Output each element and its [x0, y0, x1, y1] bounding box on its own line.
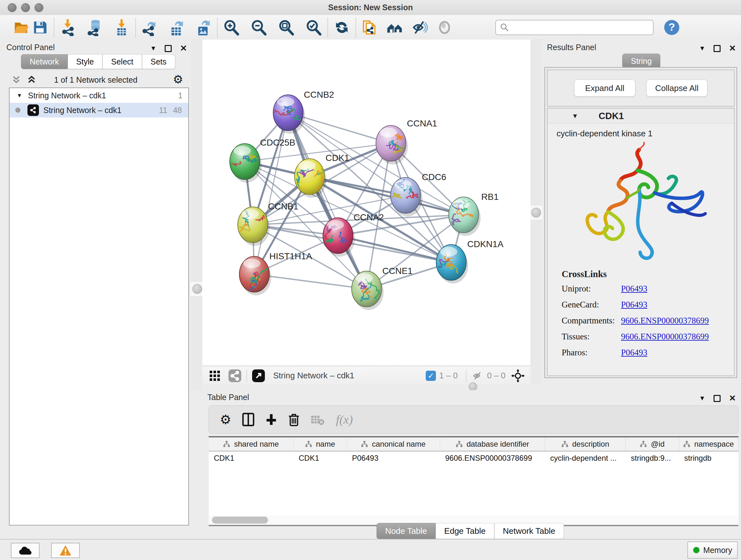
column-header-shared-name[interactable]: shared name: [209, 437, 293, 451]
node-HIST1H1A[interactable]: HIST1H1A: [239, 251, 312, 295]
tab-edge-table[interactable]: Edge Table: [435, 523, 494, 539]
table-cell[interactable]: CDK1: [209, 451, 293, 465]
panel-menu-icon[interactable]: ▼: [699, 395, 705, 402]
network-collection-row[interactable]: ▼ String Network – cdk1 1: [10, 88, 188, 103]
left-splitter[interactable]: [192, 40, 202, 390]
left-splitter-grip[interactable]: [192, 284, 202, 294]
node-CCNE1[interactable]: CCNE1: [352, 266, 413, 310]
hidden-eye-icon[interactable]: [472, 370, 484, 381]
import-network-button[interactable]: [59, 18, 77, 37]
import-network-from-database-button[interactable]: [85, 18, 104, 37]
node-label: CDK1: [326, 153, 349, 163]
tab-style[interactable]: Style: [68, 54, 103, 69]
delete-column-button[interactable]: [288, 413, 300, 426]
node-CCNB2[interactable]: CCNB2: [258, 90, 334, 134]
column-header-description[interactable]: description: [545, 437, 626, 451]
column-header-name[interactable]: name: [293, 437, 347, 451]
network-row-selected[interactable]: String Network – cdk1 11 48: [10, 103, 188, 118]
table-cell[interactable]: 9606.ENSP00000378699: [440, 451, 545, 465]
tab-string[interactable]: String: [622, 54, 660, 68]
panel-menu-icon[interactable]: ▼: [150, 45, 156, 52]
panel-float-icon[interactable]: [714, 395, 721, 402]
crosslink-link[interactable]: P06493: [621, 348, 648, 358]
create-column-button[interactable]: [265, 413, 277, 426]
tab-select[interactable]: Select: [103, 54, 142, 69]
export-network-button[interactable]: [140, 18, 159, 37]
column-header-database-identifier[interactable]: database identifier: [440, 437, 545, 451]
panel-float-icon[interactable]: [165, 45, 172, 52]
network-canvas[interactable]: CCNB2CCNA1CDC25BCDK1CDC6RB1CCNB1CCNA2CDK…: [202, 40, 530, 366]
column-header-namespace[interactable]: namespace: [679, 437, 738, 451]
tab-node-table[interactable]: Node Table: [377, 523, 435, 539]
crosslink-link[interactable]: P06493: [621, 284, 648, 294]
network-options-gear-icon[interactable]: ⚙: [173, 73, 183, 86]
node-CCNA2[interactable]: CCNA2: [323, 212, 384, 257]
panel-close-icon[interactable]: ✕: [729, 44, 736, 53]
export-image-button[interactable]: [194, 18, 212, 37]
node-CDC6[interactable]: CDC6: [387, 172, 446, 216]
zoom-in-button[interactable]: [222, 18, 241, 37]
show-hide-button[interactable]: [410, 18, 429, 37]
table-cell[interactable]: stringdb:9...: [626, 451, 679, 465]
network-view-share-button[interactable]: [228, 369, 241, 382]
detach-view-button[interactable]: [252, 369, 265, 382]
import-table-button[interactable]: [112, 18, 131, 37]
warnings-button[interactable]: [51, 543, 80, 558]
tab-network[interactable]: Network: [21, 54, 68, 69]
open-session-button[interactable]: [12, 18, 30, 37]
node-CDC25B[interactable]: CDC25B: [227, 138, 295, 183]
tab-network-table[interactable]: Network Table: [494, 523, 564, 539]
expand-all-button[interactable]: Expand All: [574, 79, 635, 97]
crosslink-link[interactable]: P06493: [621, 300, 648, 310]
network-graph[interactable]: CCNB2CCNA1CDC25BCDK1CDC6RB1CCNB1CCNA2CDK…: [202, 40, 530, 366]
node-table[interactable]: shared namenamecanonical namedatabase id…: [209, 436, 738, 516]
collapse-all-button[interactable]: Collapse All: [646, 79, 708, 97]
eye-disabled-icon: [436, 19, 453, 36]
first-neighbors-button[interactable]: [386, 18, 404, 37]
right-splitter-grip[interactable]: [531, 207, 541, 218]
crosslink-link[interactable]: 9606.ENSP00000378699: [621, 332, 709, 341]
protein-section-header[interactable]: ▼ CDK1: [548, 109, 734, 124]
export-table-button[interactable]: [167, 18, 186, 37]
tree-expand-icon[interactable]: ▼: [17, 92, 22, 99]
section-collapse-icon[interactable]: ▼: [572, 112, 578, 120]
cloud-status-button[interactable]: [11, 543, 40, 558]
scrollbar-thumb[interactable]: [212, 516, 268, 523]
search-input[interactable]: [495, 20, 654, 35]
memory-button[interactable]: Memory: [687, 542, 738, 559]
table-header-row: shared namenamecanonical namedatabase id…: [209, 437, 738, 451]
save-session-button[interactable]: [30, 18, 49, 37]
panel-menu-icon[interactable]: ▼: [699, 45, 705, 52]
column-header-label: description: [572, 440, 609, 449]
panel-close-icon[interactable]: ✕: [729, 393, 736, 403]
node-RB1[interactable]: RB1: [449, 192, 498, 236]
selected-nodes-checkbox[interactable]: ✓: [426, 371, 436, 381]
warning-icon: [59, 545, 72, 556]
panel-float-icon[interactable]: [714, 45, 721, 52]
string-results-container: Expand All Collapse All ▼ CDK1 cyclin-de…: [544, 67, 737, 378]
panel-close-icon[interactable]: ✕: [180, 44, 187, 53]
zoom-out-button[interactable]: [250, 18, 268, 37]
table-cell[interactable]: cyclin-dependent ...: [545, 451, 626, 465]
preview-disabled-button[interactable]: [435, 18, 454, 37]
refresh-view-button[interactable]: [333, 18, 351, 37]
grid-view-button[interactable]: [209, 370, 220, 381]
column-header-id[interactable]: @id: [626, 437, 679, 451]
node-CCNA1[interactable]: CCNA1: [376, 118, 437, 165]
horizontal-splitter-grip[interactable]: [468, 382, 477, 391]
clone-network-button[interactable]: [360, 18, 379, 37]
table-cell[interactable]: CDK1: [293, 451, 347, 465]
tab-sets[interactable]: Sets: [142, 54, 175, 69]
crosslink-link[interactable]: 9606.ENSP00000378699: [621, 316, 709, 326]
fit-selected-button[interactable]: [511, 369, 525, 382]
zoom-selected-button[interactable]: [305, 18, 323, 37]
right-splitter[interactable]: [530, 40, 541, 390]
table-cell[interactable]: stringdb: [679, 451, 738, 465]
table-options-gear-icon[interactable]: ⚙: [220, 412, 231, 427]
show-columns-button[interactable]: [242, 413, 254, 426]
table-row[interactable]: CDK1CDK1P064939606.ENSP00000378699cyclin…: [209, 451, 738, 465]
help-button[interactable]: ?: [663, 18, 681, 37]
column-header-canonical-name[interactable]: canonical name: [347, 437, 440, 451]
table-cell[interactable]: P06493: [347, 451, 440, 465]
zoom-fit-button[interactable]: [277, 18, 295, 37]
